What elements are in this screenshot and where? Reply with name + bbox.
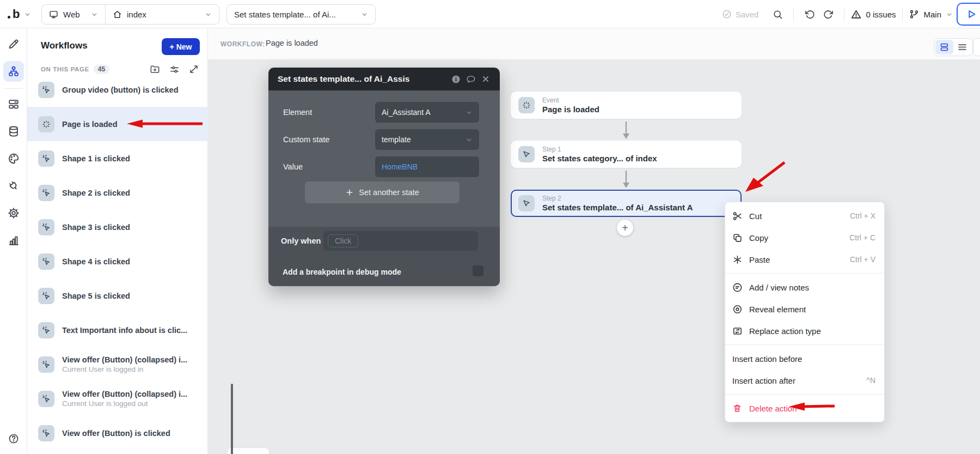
workflow-item-sublabel: Current User is logged out [62,399,187,408]
menu-item-label: Delete action [749,404,869,413]
zoom-control-clipped[interactable] [227,447,270,454]
platform-dropdown[interactable]: Web [42,5,106,24]
field-value[interactable]: Ai_Assistant A [375,102,479,123]
chevron-down-icon [465,109,473,116]
page-label: index [127,10,200,19]
undo-button[interactable] [800,5,819,23]
step-kind-label: Step 1 [542,146,657,153]
page-dropdown[interactable]: index [106,5,219,24]
menu-item-shortcut: Ctrl + X [850,211,875,220]
divider [4,88,23,89]
cursor-action-icon [518,195,535,211]
click-event-icon [38,322,54,338]
workflow-list-item[interactable]: Shape 4 is clicked [27,244,208,279]
clipped-toolbar-button[interactable] [973,38,980,56]
dialog-header[interactable]: Set states template... of Ai_Assis [268,68,500,90]
preview-button[interactable] [957,3,980,26]
click-event-icon [38,150,54,167]
workflow-list-item[interactable]: Text Important info about is clic... [27,313,208,347]
menu-item-label: Paste [749,255,844,264]
menu-item-cut[interactable]: Cut Ctrl + X [725,205,884,227]
branch-dropdown[interactable]: Main [909,9,953,19]
workflow-list-item[interactable]: View offer (Button) (collapsed) i... Cur… [27,347,208,382]
rail-item-design[interactable] [3,34,24,55]
field-label: Value [283,162,303,171]
workflow-list-item[interactable]: View offer (Button) is clicked [27,416,208,450]
search-button[interactable] [768,5,787,23]
rail-item-styles[interactable] [3,148,24,169]
step-title: Set states template... of Ai_Assistant A [542,203,693,212]
divider [902,7,903,21]
menu-divider [725,344,884,345]
workflow-list-item[interactable]: View offer (Button) (collapsed) i... Cur… [27,382,208,416]
connector-arrow-icon [511,119,742,141]
menu-item-insert-action-after[interactable]: Insert action after ^N [725,370,884,391]
menu-item-shortcut: Ctrl + V [850,255,875,264]
panel-scrollbar[interactable] [231,384,233,454]
close-icon[interactable] [481,75,490,83]
issues-label: 0 issues [866,10,896,19]
home-icon [113,10,122,19]
monitor-icon [49,10,58,19]
comment-icon[interactable] [466,74,476,84]
workflow-item-label: Shape 2 is clicked [62,189,130,197]
gear-icon [8,207,20,219]
topbar: b Web index Set states template... of Ai… [0,0,980,28]
click-event-icon [38,219,54,235]
menu-item-replace-action-type[interactable]: Replace action type [725,320,884,342]
list-view-button[interactable] [953,40,971,55]
canvas-header: WORKFLOW: Page is loaded [208,28,980,60]
menu-item-add-view-notes[interactable]: Add / view notes [725,276,884,298]
bar-chart-icon [8,234,20,246]
workflow-step-card[interactable]: Event Page is loaded [511,92,742,119]
workflow-step-card[interactable]: Step 2 Set states template... of Ai_Assi… [511,190,742,217]
info-icon[interactable] [451,75,461,84]
only-when-input[interactable]: Click [323,231,478,251]
menu-item-label: Insert action after [732,376,860,385]
breakpoint-checkbox[interactable] [473,265,483,276]
rail-item-plugins[interactable] [3,175,24,196]
connector-arrow-icon [511,168,742,190]
note-icon [732,282,743,293]
set-another-state-button[interactable]: Set another state [305,181,460,203]
rail-item-workflow[interactable] [3,61,24,82]
workflow-list-item[interactable]: Group video (button) is clicked [27,72,208,107]
menu-item-delete-action[interactable]: Delete action [725,397,884,419]
rail-item-reusables[interactable] [3,94,24,114]
menu-item-reveal-element[interactable]: Reveal element [725,298,884,320]
play-icon [965,8,977,20]
click-event-icon [38,82,54,98]
field-value[interactable]: HomeBNB [375,156,479,177]
click-event-icon [38,391,54,407]
redo-button[interactable] [819,5,837,23]
workflow-list-item[interactable]: Shape 1 is clicked [27,141,208,175]
add-action-button[interactable]: + [617,220,633,236]
workflow-step-card[interactable]: Step 1 Set states category... of index [511,141,742,168]
rail-item-settings[interactable] [3,203,24,223]
issues-button[interactable]: 0 issues [851,9,896,20]
menu-item-paste[interactable]: Paste Ctrl + V [725,249,884,270]
field-label: Element [283,108,312,117]
workflow-item-label: Page is loaded [62,120,118,129]
workflow-list-item[interactable]: Shape 2 is clicked [27,175,208,210]
menu-item-shortcut: ^N [866,376,875,385]
bubble-logo[interactable]: b [8,7,31,21]
context-menu: Cut Ctrl + X Copy Ctrl + C Paste Ctrl + … [725,202,885,422]
help-button[interactable] [3,428,24,449]
menu-item-label: Replace action type [749,326,869,336]
workflow-list-item[interactable]: Shape 5 is clicked [27,279,208,313]
section-label: ON THIS PAGE [41,66,89,72]
menu-item-insert-action-before[interactable]: Insert action before [725,348,884,370]
workflow-list-item[interactable]: Page is loaded [27,107,208,141]
workflow-selector-dropdown[interactable]: Set states template... of Ai... [226,4,376,25]
menu-item-copy[interactable]: Copy Ctrl + C [725,227,884,249]
new-workflow-button[interactable]: + New [162,38,200,55]
cards-view-button[interactable] [935,40,953,55]
rail-item-logs[interactable] [3,230,24,251]
field-value[interactable]: template [375,129,479,150]
platform-page-switcher: Web index [41,4,219,25]
menu-item-label: Add / view notes [749,283,869,292]
redo-icon [823,9,834,20]
rail-item-data[interactable] [3,121,24,142]
workflow-list-item[interactable]: Shape 3 is clicked [27,210,208,244]
